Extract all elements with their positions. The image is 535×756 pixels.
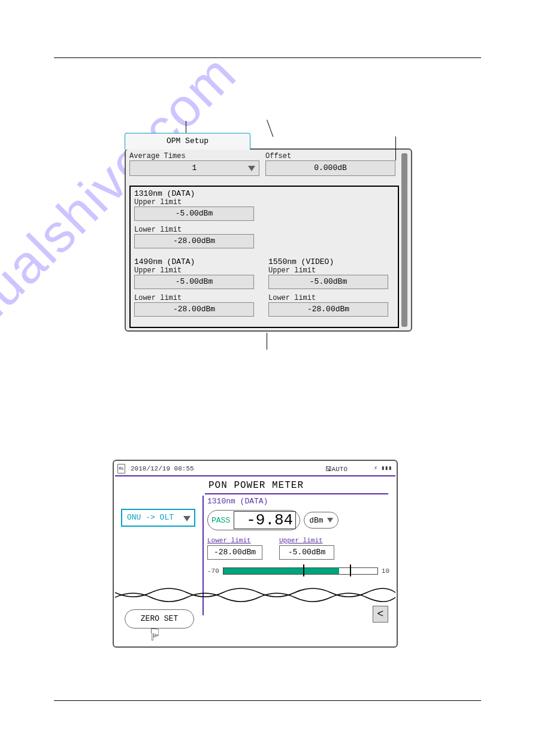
lower-limit-label-1490: Lower limit (134, 294, 262, 302)
measurement-direction-dropdown[interactable]: ONU -> OLT (121, 509, 195, 527)
lower-limit-label-1310: Lower limit (134, 226, 262, 234)
wavelength-1490-title: 1490nm (DATA) (134, 257, 262, 266)
pon-main-pane: 1310nm (DATA) PASS -9.84 dBm Lower limit… (207, 497, 389, 576)
torn-edge (115, 588, 395, 602)
chevron-down-icon (183, 516, 191, 521)
file-icon: Rk (117, 464, 125, 473)
measurement-direction-value: ONU -> OLT (127, 513, 174, 522)
lower-limit-value-1550[interactable]: -28.00dBm (268, 302, 388, 317)
threshold-marker (303, 564, 304, 576)
pass-fail-pill: PASS -9.84 (207, 510, 300, 530)
lower-limit-label: Lower limit (207, 537, 262, 544)
tab-opm-setup[interactable]: OPM Setup (125, 133, 250, 150)
average-times-dropdown[interactable]: 1 (129, 160, 259, 176)
average-times-value: 1 (192, 163, 197, 172)
unit-dropdown[interactable]: dBm (304, 512, 338, 529)
threshold-frame: 1310nm (DATA) Upper limit -5.00dBm Lower… (129, 186, 399, 328)
upper-limit-value-1490[interactable]: -5.00dBm (134, 275, 254, 289)
offset-label: Offset (265, 152, 395, 160)
wavelength-1550-title: 1550nm (VIDEO) (268, 257, 397, 266)
callout-tick (395, 136, 396, 160)
upper-limit-label-1550: Upper limit (268, 266, 397, 275)
threshold-marker (350, 564, 351, 576)
page-bottom-rule (54, 700, 481, 701)
power-reading-value: -9.84 (234, 511, 296, 529)
pass-fail-label: PASS (211, 516, 230, 525)
wavelength-reading-title: 1310nm (DATA) (207, 497, 389, 506)
title-rule (205, 493, 388, 494)
lower-limit-value-1490[interactable]: -28.00dBm (134, 302, 254, 317)
battery-icon: ⚡ ▮▮▮ (374, 464, 392, 472)
hand-cursor-icon: ☟ (150, 625, 160, 645)
pon-power-meter-panel: Rk 2018/12/19 08:55 🖫AUTO ⚡ ▮▮▮ PON POWE… (115, 462, 395, 645)
lower-limit-value-1310[interactable]: -28.00dBm (134, 234, 254, 248)
back-button[interactable]: < (373, 606, 388, 623)
upper-limit-value-1310[interactable]: -5.00dBm (134, 207, 254, 221)
page-top-rule (54, 57, 481, 58)
power-bar-track (223, 567, 378, 575)
upper-limit-label-1310: Upper limit (134, 198, 262, 207)
upper-limit-label-1490: Upper limit (134, 266, 262, 275)
average-times-label: Average Times (129, 152, 259, 160)
wavelength-1310-title: 1310nm (DATA) (134, 189, 262, 198)
datetime: 2018/12/19 08:55 (131, 465, 194, 472)
scrollbar[interactable] (401, 153, 407, 327)
status-bar: Rk 2018/12/19 08:55 🖫AUTO ⚡ ▮▮▮ (115, 462, 395, 476)
callout-tick (267, 120, 273, 137)
auto-indicator: 🖫AUTO (325, 465, 347, 473)
chevron-down-icon (327, 518, 333, 523)
upper-limit-value-1550[interactable]: -5.00dBm (268, 275, 388, 289)
power-bar-fill (223, 568, 339, 574)
unit-label: dBm (309, 516, 323, 525)
callout-tick (186, 121, 186, 133)
bar-max: 10 (382, 567, 389, 575)
lower-limit-box[interactable]: -28.00dBm (207, 545, 262, 560)
bar-min: -70 (207, 567, 219, 575)
lower-limit-label-1550: Lower limit (268, 294, 397, 302)
chevron-down-icon (248, 166, 255, 171)
upper-limit-label: Upper limit (279, 537, 334, 544)
opm-setup-panel: OPM Setup Average Times 1 Offset 0.000dB (125, 148, 412, 332)
offset-value-box[interactable]: 0.000dB (265, 160, 395, 176)
callout-tick (267, 333, 267, 350)
upper-limit-box[interactable]: -5.00dBm (279, 545, 334, 560)
pon-title: PON POWER METER (208, 480, 304, 491)
